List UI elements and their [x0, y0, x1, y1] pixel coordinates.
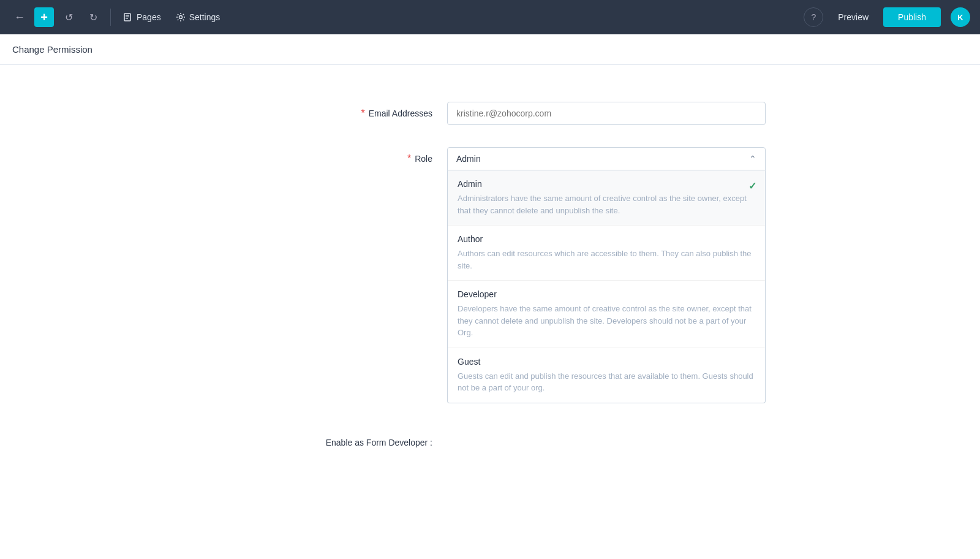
publish-label: Publish	[898, 12, 926, 22]
role-option-guest[interactable]: Guest Guests can edit and publish the re…	[448, 348, 765, 403]
developer-row: Enable as Form Developer :	[239, 425, 741, 447]
email-row: * Email Addresses	[239, 102, 741, 125]
role-option-guest-name: Guest	[458, 357, 755, 367]
redo-button[interactable]: ↻	[83, 7, 103, 27]
undo-button[interactable]: ↺	[59, 7, 78, 27]
pages-label: Pages	[137, 12, 161, 22]
role-option-author[interactable]: Author Authors can edit resources which …	[448, 226, 765, 281]
pages-icon	[123, 12, 133, 22]
help-button[interactable]: ?	[804, 7, 823, 27]
nav-divider	[110, 9, 111, 26]
settings-label: Settings	[189, 12, 221, 22]
role-required-star: *	[407, 153, 411, 164]
main-content: * Email Addresses * Role Admin ⌃	[0, 65, 980, 559]
add-icon: +	[40, 10, 48, 25]
pages-button[interactable]: Pages	[118, 10, 166, 25]
settings-icon	[176, 12, 186, 22]
role-option-developer[interactable]: Developer Developers have the same amoun…	[448, 281, 765, 348]
email-input[interactable]	[447, 102, 766, 125]
role-dropdown-menu: Admin Administrators have the same amoun…	[447, 170, 766, 403]
role-option-guest-desc: Guests can edit and publish the resource…	[458, 370, 755, 394]
svg-point-4	[179, 16, 182, 19]
add-button[interactable]: +	[34, 7, 54, 27]
role-dropdown[interactable]: Admin ⌃ Admin Administrators have the sa…	[447, 147, 766, 403]
redo-icon: ↻	[89, 12, 97, 23]
email-label-wrapper: * Email Addresses	[239, 102, 447, 119]
form-section: * Email Addresses * Role Admin ⌃	[214, 102, 766, 447]
role-check-admin: ✓	[748, 180, 756, 192]
back-icon: ←	[14, 11, 25, 24]
role-label: Role	[415, 154, 432, 164]
role-dropdown-wrapper: Admin ⌃ Admin Administrators have the sa…	[447, 147, 766, 403]
role-option-admin-desc: Administrators have the same amount of c…	[458, 192, 755, 216]
email-label: Email Addresses	[369, 108, 432, 118]
role-option-admin[interactable]: Admin Administrators have the same amoun…	[448, 170, 765, 226]
developer-label-wrapper: Enable as Form Developer :	[239, 425, 447, 447]
undo-icon: ↺	[65, 12, 73, 23]
avatar[interactable]: K	[951, 7, 970, 27]
role-label-wrapper: * Role	[239, 147, 447, 164]
avatar-initials: K	[957, 13, 963, 22]
email-required-star: *	[361, 108, 364, 119]
role-option-developer-desc: Developers have the same amount of creat…	[458, 303, 755, 339]
role-dropdown-header[interactable]: Admin ⌃	[447, 147, 766, 170]
email-input-wrapper	[447, 102, 766, 125]
page-title: Change Permission	[12, 44, 92, 55]
role-option-author-desc: Authors can edit resources which are acc…	[458, 248, 755, 272]
role-option-author-name: Author	[458, 234, 755, 244]
back-button[interactable]: ←	[10, 7, 29, 27]
help-icon: ?	[811, 12, 816, 22]
role-row: * Role Admin ⌃ Admin Administrators have…	[239, 147, 741, 403]
chevron-up-icon: ⌃	[749, 154, 756, 164]
preview-button[interactable]: Preview	[828, 7, 878, 27]
developer-label: Enable as Form Developer :	[326, 432, 432, 447]
role-selected-value: Admin	[456, 154, 481, 164]
preview-label: Preview	[838, 12, 869, 22]
publish-button[interactable]: Publish	[883, 7, 941, 27]
top-navigation: ← + ↺ ↻ Pages Settings ? Preview Publish…	[0, 0, 980, 34]
settings-button[interactable]: Settings	[171, 10, 225, 25]
subheader: Change Permission	[0, 34, 980, 65]
role-option-developer-name: Developer	[458, 289, 755, 299]
role-option-admin-name: Admin	[458, 179, 755, 189]
